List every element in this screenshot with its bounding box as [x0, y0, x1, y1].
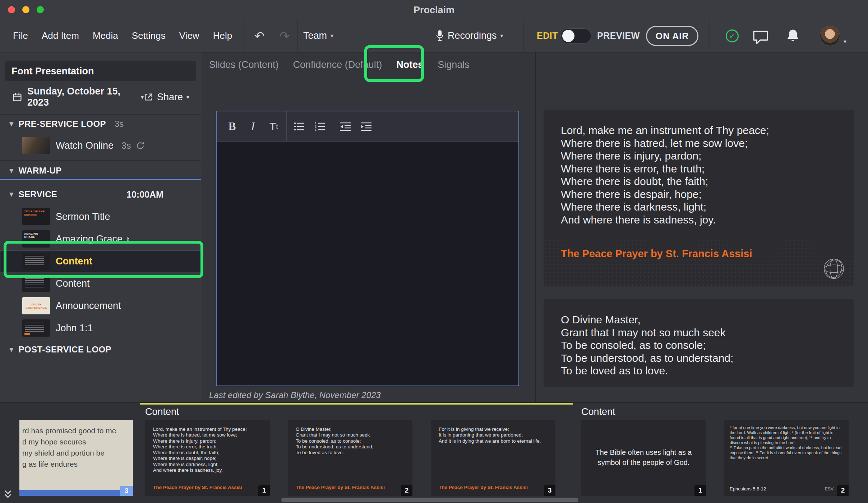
toolbar-divider: [418, 19, 418, 52]
slide-number-badge: 1: [258, 485, 270, 496]
collapse-triangle-icon: ▼: [9, 191, 14, 198]
menu-settings[interactable]: Settings: [132, 30, 166, 41]
tab-signals[interactable]: Signals: [438, 59, 470, 70]
team-dropdown[interactable]: Team ▾: [303, 19, 333, 52]
collapse-filmstrip-icon[interactable]: [4, 489, 12, 500]
active-slide-bar: [19, 490, 133, 496]
numbered-list-button[interactable]: 123: [310, 111, 331, 142]
toolbar-divider: [297, 19, 297, 52]
menu-help[interactable]: Help: [213, 30, 232, 41]
proclaim-window: Proclaim File Add Item Media Settings Vi…: [0, 0, 868, 503]
item-amazing-grace[interactable]: AMAZING GRACE Amazing Grace ♪: [0, 228, 201, 250]
item-label: Content: [56, 256, 92, 267]
filmstrip-slide[interactable]: The Bible often uses light as a symbol o…: [581, 420, 706, 496]
bell-icon[interactable]: [786, 28, 800, 44]
thumbnail-text-lines: [25, 323, 44, 332]
edit-preview-toggle[interactable]: [560, 28, 591, 43]
filmstrip-slide[interactable]: ⁸ for at one time you were darkness, but…: [724, 420, 849, 496]
section-warm-up[interactable]: ▼ WARM-UP: [0, 162, 201, 179]
filmstrip-slide[interactable]: For it is in giving that we receive; It …: [431, 420, 555, 496]
collapse-triangle-icon: ▼: [9, 346, 14, 353]
text-size-large: T: [269, 120, 276, 133]
avatar-chevron-icon[interactable]: ▾: [844, 38, 846, 45]
notes-text-area[interactable]: [217, 142, 518, 386]
italic-button[interactable]: I: [243, 111, 263, 142]
on-air-button[interactable]: ON AIR: [646, 26, 698, 46]
share-label: Share: [157, 92, 183, 103]
undo-icon[interactable]: ↶: [249, 19, 270, 52]
section-service[interactable]: ▼ SERVICE 10:00AM: [0, 186, 201, 203]
toolbar-divider: [710, 19, 710, 52]
slide-number-badge: 2: [837, 485, 849, 496]
outdent-button[interactable]: [335, 111, 356, 142]
team-label: Team: [303, 30, 327, 41]
item-thumbnail: [22, 253, 50, 270]
item-sermon-title[interactable]: TITLE OF THE SERMON Sermon Title: [0, 206, 201, 228]
group-label: Content: [581, 406, 615, 417]
loop-icon: [136, 141, 145, 150]
item-content-selected[interactable]: Content: [0, 250, 201, 272]
menu-add-item[interactable]: Add Item: [42, 30, 79, 41]
toolbar-divider: [523, 19, 523, 52]
toggle-knob: [562, 30, 574, 42]
item-label: John 1:1: [56, 323, 93, 334]
verse-reference: Ephesians 5:8-12: [730, 486, 766, 492]
tab-slides[interactable]: Slides (Content): [209, 59, 279, 70]
item-watch-online[interactable]: Watch Online 3s: [0, 134, 201, 157]
tab-notes[interactable]: Notes: [396, 59, 423, 70]
item-announcement[interactable]: YOUTH CONFERENCE Announcement: [0, 295, 201, 317]
slide-number-badge: 3: [544, 485, 555, 496]
filmstrip-slide-amazing-grace[interactable]: rd has promised good to me d my hope sec…: [19, 420, 133, 496]
tab-confidence[interactable]: Confidence (Default): [293, 59, 382, 70]
thumbnail-caption: YOUTH CONFERENCE: [24, 303, 49, 309]
date-dropdown[interactable]: Sunday, October 15, 2023: [27, 86, 137, 108]
avatar[interactable]: [820, 26, 840, 46]
slide-text: ⁸ for at one time you were darkness, but…: [730, 425, 844, 460]
item-thumbnail: TITLE OF THE SERMON: [22, 208, 50, 225]
preview-slide-1: Lord, make me an instrument of Thy peace…: [544, 110, 854, 286]
filmstrip-slide[interactable]: O Divine Master, Grant that I may not so…: [288, 420, 412, 496]
section-post-service-loop[interactable]: ▼ POST-SERVICE LOOP: [0, 341, 201, 358]
order-of-service-sidebar: Font Presentation Sunday, October 15, 20…: [0, 52, 201, 402]
detail-tabs: Slides (Content) Confidence (Default) No…: [209, 55, 470, 74]
preview-mode-label[interactable]: PREVIEW: [597, 19, 640, 52]
item-thumbnail: [22, 319, 50, 337]
selected-group-indicator: [140, 403, 573, 405]
slide-number-badge: 3: [120, 486, 133, 496]
svg-text:3: 3: [315, 128, 317, 131]
text-size-button[interactable]: Tt: [263, 111, 284, 142]
recordings-label: Recordings: [448, 30, 497, 41]
menu-view[interactable]: View: [179, 30, 199, 41]
menu-media[interactable]: Media: [93, 30, 118, 41]
item-thumbnail: [22, 137, 50, 154]
indent-icon: [361, 122, 372, 131]
bold-button[interactable]: B: [222, 111, 243, 142]
slide-number-badge: 2: [401, 485, 412, 496]
bullet-list-button[interactable]: [289, 111, 310, 142]
editor-toolbar: B I Tt 123: [217, 111, 518, 142]
menu-file[interactable]: File: [13, 30, 28, 41]
recordings-dropdown[interactable]: Recordings ▾: [435, 19, 503, 52]
edit-mode-label[interactable]: EDIT: [537, 19, 558, 52]
slide-number-badge: 1: [694, 485, 706, 496]
item-content[interactable]: Content: [0, 272, 201, 295]
section-duration: 3s: [115, 119, 124, 129]
divider: [0, 340, 201, 340]
divider: [0, 114, 201, 115]
chevron-down-icon: ▾: [331, 32, 333, 39]
chat-icon[interactable]: [752, 29, 769, 45]
indent-button[interactable]: [356, 111, 377, 142]
item-label: Amazing Grace ♪: [56, 234, 130, 245]
item-john-1-1[interactable]: John 1:1: [0, 317, 201, 339]
section-pre-service-loop[interactable]: ▼ PRE-SERVICE LOOP 3s: [0, 116, 201, 132]
slide-text: The Bible often uses light as a symbol o…: [581, 447, 706, 467]
editor-toolbar-divider: [333, 111, 333, 142]
filmstrip-slide[interactable]: Lord, make me an instrument of Thy peace…: [145, 420, 270, 496]
share-button[interactable]: Share ▾: [144, 92, 189, 103]
menubar: File Add Item Media Settings View Help: [13, 19, 232, 52]
horizontal-scrollbar[interactable]: [281, 498, 578, 502]
presentation-title[interactable]: Font Presentation: [5, 61, 196, 81]
calendar-icon: [12, 92, 22, 102]
sync-status-icon[interactable]: ✓: [726, 29, 739, 42]
presentation-date-row: Sunday, October 15, 2023 ▾ Share ▾: [0, 87, 201, 107]
